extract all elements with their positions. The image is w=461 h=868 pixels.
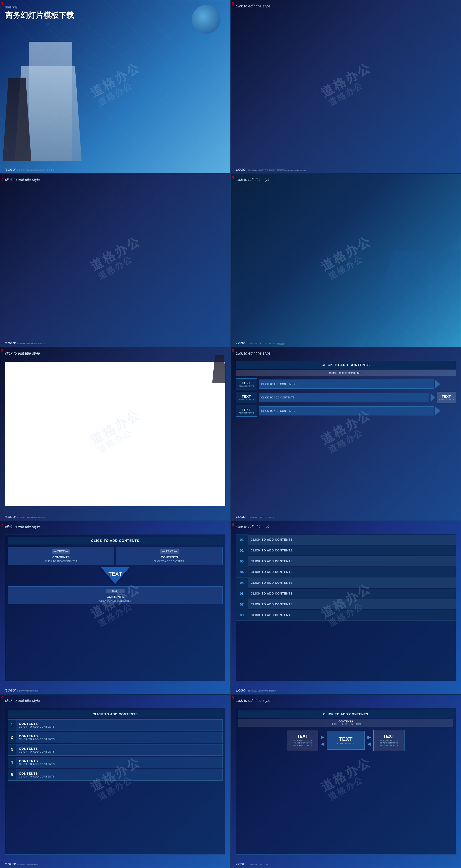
slide8-list-container: 01 CLICK TO ADD CONTENTS 02 CLICK TO ADD…	[236, 534, 456, 681]
s9-item-4[interactable]: 4 CONTENTS CLICK TO ADD CONTENTS !	[8, 757, 223, 768]
s8-list: 01 CLICK TO ADD CONTENTS 02 CLICK TO ADD…	[236, 534, 456, 621]
s9-text-4: CONTENTS CLICK TO ADD CONTENTS !	[16, 757, 223, 768]
s10-center-label: TEXT	[331, 736, 361, 742]
s10-right-box[interactable]: TEXT 01. ADD CONTENTS02. ADD CONTENTS03.…	[373, 730, 404, 751]
slide5-title[interactable]: click to edit title style	[5, 351, 40, 355]
s8-num-1: 01	[236, 534, 248, 545]
s6-contentbox-2[interactable]: CLICK TO ADD CONTENTS	[259, 393, 429, 402]
slide-5: 道格办公 道格办公 click to edit title style 'LOG…	[0, 347, 230, 521]
s9-sub-2: CLICK TO ADD CONTENTS !	[19, 738, 220, 741]
slide7-logo: 'LOGO'	[5, 689, 16, 692]
s10-center-box[interactable]: TEXT ADD CONTENTS	[327, 731, 365, 750]
slide-2: 道格办公 道格办公 click to edit title style 'LOG…	[230, 0, 461, 174]
s8-item-4[interactable]: 04 CLICK TO ADD CONTENTS	[236, 567, 456, 578]
s8-item-6[interactable]: 06 CLICK TO ADD CONTENTS	[236, 588, 456, 599]
slide7-title[interactable]: click to edit title style	[5, 525, 40, 529]
s8-num-8: 08	[236, 610, 248, 620]
slide-1: 道格资源 商务幻灯片模板下载 道格办公 道格办公 'LOGO' COMPANY …	[0, 0, 230, 174]
s9-num-3: 3	[8, 744, 16, 756]
s10-sub-text: CLICK TO ADD CONTENTS	[240, 723, 452, 725]
s6-header[interactable]: CLICK TO ADD CONTENTS	[236, 361, 456, 369]
s7-cell-right-title: CONTENTS	[118, 556, 221, 559]
s9-item-1[interactable]: 1 CONTENTS CLICK TO ADD CONTENTS	[8, 719, 223, 731]
svg-line-1	[72, 12, 168, 96]
s9-item-3[interactable]: 3 CONTENTS CLICK TO ADD CONTENTS !	[8, 744, 223, 756]
slide-6: 道格办公 道格办公 click to edit title style CLIC…	[230, 347, 461, 521]
slide-3: 道格办公 道格办公 click to edit title style 'LOG…	[0, 174, 230, 347]
s9-num-2: 2	[8, 732, 16, 743]
s7-header[interactable]: CLICK TO ADD CONTENTS	[8, 537, 223, 545]
slide4-url: 道格资源	[277, 342, 285, 345]
s7-cell-left-content[interactable]: CLICK TO ADD CONTENTS !	[10, 560, 112, 563]
s7-arrow-text: TEXT	[109, 571, 122, 577]
s10-subheader[interactable]: CONTENTS CLICK TO ADD CONTENTS	[238, 719, 453, 727]
s8-num-5: 05	[236, 578, 248, 588]
slide3-footer: 'LOGO' COMPANY LOGOTYPE INSERT	[5, 341, 45, 345]
s6-sub-text: CLICK TO ADD CONTENTS	[329, 372, 363, 374]
s6-header-text: CLICK TO ADD CONTENTS	[321, 363, 370, 367]
s9-sub-4: CLICK TO ADD CONTENTS !	[19, 763, 220, 766]
s6-textbox-2[interactable]: TEXT ADD CONTENTS	[236, 392, 257, 403]
s6-right-label: TEXT	[438, 394, 454, 398]
s8-item-8[interactable]: 08 CLICK TO ADD CONTENTS	[236, 610, 456, 621]
svg-point-3	[47, 23, 49, 25]
s7-bottom-content[interactable]: CLICK TO ADD CONTENTS !	[10, 599, 221, 602]
s8-text-2: CLICK TO ADD CONTENTS	[248, 546, 456, 556]
slide3-num: 3	[1, 175, 4, 180]
s9-text-2: CONTENTS CLICK TO ADD CONTENTS !	[16, 732, 223, 743]
slide7-company: COMPANY LOGOTYPE	[17, 690, 38, 692]
s6-textbox-3[interactable]: TEXT ADD CONTENTS	[236, 405, 257, 416]
slide8-footer: 'LOGO' COMPANY LOGOTYPE INSERT	[236, 689, 276, 692]
s8-item-5[interactable]: 05 CLICK TO ADD CONTENTS	[236, 578, 456, 588]
s6-rightbox[interactable]: TEXT ADD CONTENTS	[437, 392, 456, 403]
slide2-title[interactable]: click to edit title style	[236, 4, 271, 8]
s6-contentbox-3[interactable]: CLICK TO ADD CONTENTS	[259, 406, 434, 415]
s6-subheader[interactable]: CLICK TO ADD CONTENTS	[236, 370, 456, 376]
s8-text-3: CLICK TO ADD CONTENTS	[248, 556, 456, 566]
s7-cell-right-content[interactable]: CLICK TO ADD CONTENTS !	[118, 560, 221, 563]
s7-cell-right: — TEXT — CONTENTS CLICK TO ADD CONTENTS …	[116, 547, 223, 565]
slide1-title: 商务幻灯片模板下载	[5, 10, 74, 21]
s7-bottom-label: — TEXT —	[106, 589, 124, 593]
slide9-footer: 'LOGO' COMPANY LOGOTYPE	[5, 862, 38, 866]
s8-item-3[interactable]: 03 CLICK TO ADD CONTENTS	[236, 556, 456, 567]
slide3-company: COMPANY LOGOTYPE INSERT	[17, 343, 45, 345]
slide10-company: COMPANY LOGOTYPE	[248, 863, 268, 866]
slide8-company: COMPANY LOGOTYPE INSERT	[248, 690, 276, 692]
slide4-logo: 'LOGO'	[236, 341, 246, 345]
slide3-title[interactable]: click to edit title style	[5, 178, 40, 182]
svg-point-4	[119, 71, 121, 73]
s9-item-2[interactable]: 2 CONTENTS CLICK TO ADD CONTENTS !	[8, 732, 223, 743]
slide9-content-box: CLICK TO ADD CONTENTS 1 CONTENTS CLICK T…	[5, 708, 225, 855]
s6-contentbox-1[interactable]: CLICK TO ADD CONTENTS	[259, 379, 434, 389]
s10-left-label: TEXT	[290, 734, 316, 739]
s8-num-3: 03	[236, 556, 248, 566]
slide9-title[interactable]: click to edit title style	[5, 699, 40, 703]
svg-point-6	[167, 95, 168, 97]
slide8-title[interactable]: click to edit title style	[236, 525, 271, 529]
slide4-title[interactable]: click to edit title style	[236, 178, 271, 182]
slide6-title[interactable]: click to edit title style	[236, 351, 271, 355]
s8-item-7[interactable]: 07 CLICK TO ADD CONTENTS	[236, 599, 456, 610]
s8-item-1[interactable]: 01 CLICK TO ADD CONTENTS	[236, 534, 456, 545]
slide7-num: 7	[1, 522, 4, 527]
slide7-content-box: CLICK TO ADD CONTENTS — TEXT — CONTENTS …	[5, 534, 225, 681]
slide6-footer: 'LOGO' COMPANY LOGOTYPE INSERT	[236, 515, 276, 519]
s10-left-box[interactable]: TEXT 01. ADD CONTENTS02. ADD CONTENTS03.…	[287, 730, 318, 751]
slide4-footer: 'LOGO' COMPANY LOGOTYPE INSERT 道格资源	[236, 341, 285, 345]
slides-grid: 道格资源 商务幻灯片模板下载 道格办公 道格办公 'LOGO' COMPANY …	[0, 0, 461, 868]
s9-header[interactable]: CLICK TO ADD CONTENTS	[8, 710, 223, 718]
s8-num-6: 06	[236, 588, 248, 599]
slide7-footer: 'LOGO' COMPANY LOGOTYPE	[5, 689, 38, 692]
s10-header[interactable]: CLICK TO ADD CONTENTS	[238, 710, 453, 718]
s8-item-2[interactable]: 02 CLICK TO ADD CONTENTS	[236, 545, 456, 556]
slide-4: 道格办公 道格办公 click to edit title style 'LOG…	[230, 174, 461, 347]
s6-arrow-3	[435, 407, 440, 415]
s9-item-5[interactable]: 5 CONTENTS CLICK TO ADD CONTENTS !	[8, 769, 223, 781]
slide10-title[interactable]: click to edit title style	[236, 699, 271, 703]
s8-text-8: CLICK TO ADD CONTENTS	[248, 610, 456, 620]
s9-label-5: CONTENTS	[19, 772, 220, 775]
s6-textbox-1[interactable]: TEXT ADD CONTENTS	[236, 378, 257, 390]
s8-text-5: CLICK TO ADD CONTENTS	[248, 578, 456, 588]
s10-sub-title: CONTENTS	[240, 720, 452, 723]
